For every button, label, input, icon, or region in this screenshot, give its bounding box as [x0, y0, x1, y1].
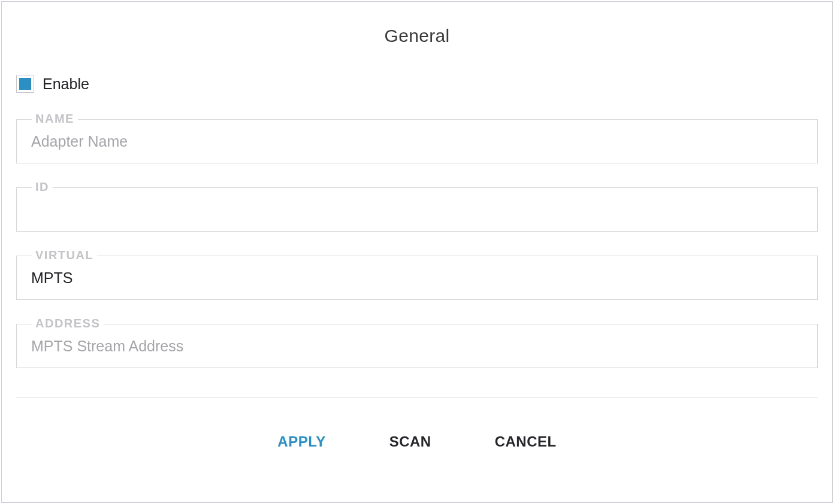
scan-button[interactable]: SCAN	[385, 431, 436, 453]
enable-label: Enable	[43, 75, 89, 93]
virtual-select[interactable]: MPTS	[16, 256, 818, 300]
name-input[interactable]	[31, 133, 803, 150]
virtual-field-label: VIRTUAL	[32, 248, 97, 262]
address-input-wrap	[16, 324, 818, 368]
cancel-button[interactable]: CANCEL	[490, 431, 561, 453]
virtual-select-value: MPTS	[31, 269, 72, 287]
id-input[interactable]	[31, 201, 803, 218]
enable-row: Enable	[16, 75, 818, 93]
general-panel: General Enable NAME ID VIRTUAL MPTS ADDR…	[1, 1, 833, 503]
name-input-wrap	[16, 119, 818, 163]
name-field-label: NAME	[32, 112, 78, 126]
address-field-label: ADDRESS	[32, 317, 104, 330]
id-input-wrap	[16, 187, 818, 232]
panel-title: General	[16, 26, 818, 46]
divider	[16, 397, 818, 397]
address-input[interactable]	[31, 338, 803, 355]
name-field-group: NAME	[16, 119, 818, 163]
enable-checkbox[interactable]	[16, 75, 34, 93]
virtual-field-group: VIRTUAL MPTS	[16, 256, 818, 300]
address-field-group: ADDRESS	[16, 324, 818, 368]
checkbox-checked-icon	[19, 78, 31, 90]
apply-button[interactable]: APPLY	[273, 431, 330, 453]
id-field-group: ID	[16, 187, 818, 232]
id-field-label: ID	[32, 180, 53, 194]
button-row: APPLY SCAN CANCEL	[16, 431, 818, 453]
